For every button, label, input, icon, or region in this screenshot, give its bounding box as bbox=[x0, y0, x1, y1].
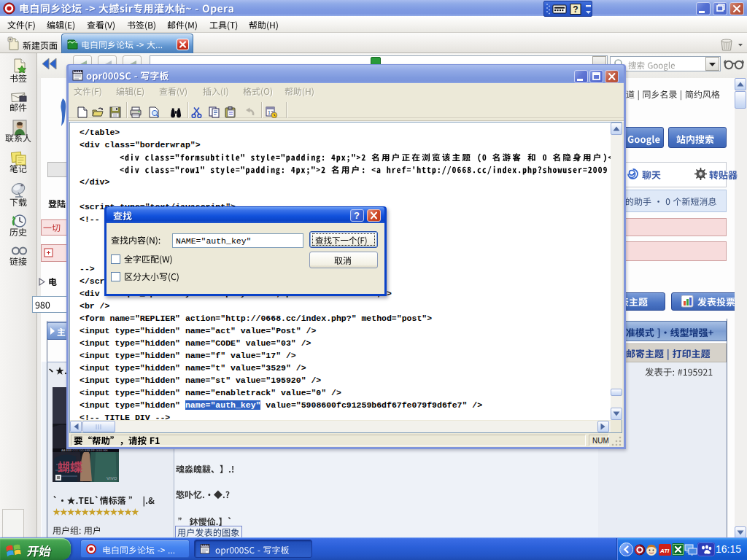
svg-text:?: ? bbox=[573, 4, 578, 15]
svg-text:VIVO: VIVO bbox=[107, 476, 117, 481]
svg-text:ATI: ATI bbox=[659, 548, 670, 554]
